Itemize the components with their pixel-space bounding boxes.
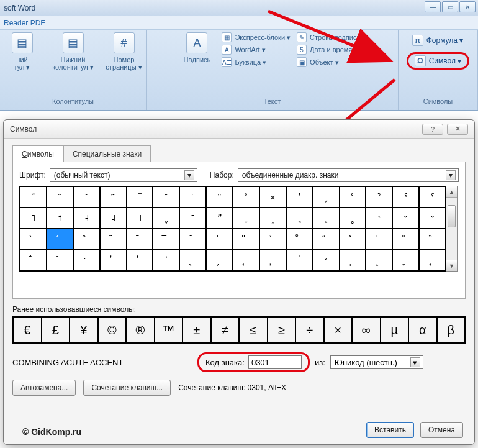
scroll-down-icon[interactable]: ▼ (446, 260, 457, 271)
grid-cell[interactable]: ˬ (153, 208, 179, 229)
grid-cell[interactable]: ̊ (286, 229, 313, 250)
grid-cell[interactable]: ́ (47, 229, 73, 250)
grid-cell[interactable]: ̅ (153, 229, 179, 250)
recent-cell[interactable]: £ (42, 317, 70, 343)
grid-cell[interactable]: ˘ (153, 186, 179, 208)
grid-cell[interactable]: ʼ (286, 186, 313, 208)
grid-cell[interactable]: ˯ (233, 208, 259, 229)
recent-grid[interactable]: €£¥©®™±≠≤≥÷×∞µαβ (12, 316, 466, 344)
grid-cell[interactable]: ̓ (100, 250, 127, 271)
maximize-button[interactable]: ▭ (442, 1, 458, 12)
tab-symbols[interactable]: Символы (12, 145, 63, 162)
ribbon-quickparts[interactable]: ▦Экспресс-блоки ▾ (222, 32, 291, 42)
grid-cell[interactable]: ̙ (259, 250, 286, 271)
grid-cell[interactable]: ˮ (206, 208, 233, 229)
grid-cell[interactable]: ˦ (47, 208, 73, 229)
grid-cell[interactable]: ̜ (340, 250, 366, 271)
recent-cell[interactable]: ≠ (211, 317, 240, 343)
recent-cell[interactable]: ≤ (239, 317, 268, 343)
grid-cell[interactable]: ˙ (179, 186, 206, 208)
grid-cell[interactable]: ̈ (233, 229, 259, 250)
grid-cell[interactable]: ̆ (179, 229, 206, 250)
grid-cell[interactable]: ˵ (392, 208, 419, 229)
grid-cell[interactable]: × (259, 186, 286, 208)
grid-cell[interactable]: ˳ (340, 208, 366, 229)
dialog-help-button[interactable]: ? (422, 124, 443, 135)
recent-cell[interactable]: ≥ (268, 317, 296, 343)
grid-cell[interactable]: ˨ (100, 208, 127, 229)
grid-cell[interactable]: ̖ (179, 250, 206, 271)
grid-cell[interactable]: ˚ (233, 186, 259, 208)
grid-cell[interactable]: ̒ (73, 250, 100, 271)
grid-cell[interactable]: ̕ (153, 250, 179, 271)
ribbon-symbol[interactable]: Ω Символ ▾ (407, 52, 470, 70)
subset-select[interactable]: объединенные диакр. знаки ▾ (238, 168, 459, 182)
grid-cell[interactable]: ‾ (127, 186, 153, 208)
ribbon-date-time[interactable]: 5Дата и время (297, 45, 366, 55)
grid-cell[interactable]: ̄ (127, 229, 153, 250)
recent-cell[interactable]: α (408, 317, 437, 343)
autocorrect-button[interactable]: Автозамена... (12, 380, 76, 396)
recent-cell[interactable]: ÷ (295, 317, 324, 343)
recent-cell[interactable]: ∞ (352, 317, 381, 343)
document-tab[interactable]: Reader PDF (0, 16, 478, 30)
grid-cell[interactable]: ̌ (340, 229, 366, 250)
grid-cell[interactable]: ˆ (47, 186, 73, 208)
grid-cell[interactable]: ˜ (100, 186, 127, 208)
font-select[interactable]: (обычный текст) ▾ (50, 168, 197, 182)
recent-cell[interactable]: β (437, 317, 466, 343)
grid-cell[interactable]: ̋ (313, 229, 340, 250)
grid-cell[interactable]: ̏ (419, 229, 446, 250)
grid-cell[interactable]: ʿ (340, 186, 366, 208)
close-button[interactable]: ✕ (459, 1, 476, 12)
ribbon-signature-line[interactable]: ✎Строка подписи ▾ (297, 32, 366, 42)
ribbon-page-number[interactable]: # Номер страницы ▾ (102, 32, 147, 71)
grid-cell[interactable]: ˀ (366, 186, 392, 208)
scroll-up-icon[interactable]: ▲ (446, 186, 457, 198)
ribbon-footer[interactable]: ▤ Нижний колонтитул ▾ (51, 32, 96, 71)
grid-cell[interactable]: ˤ (419, 186, 446, 208)
grid-cell[interactable]: ̛ (313, 250, 340, 271)
recent-cell[interactable]: ¥ (70, 317, 98, 343)
char-code-input[interactable] (248, 355, 302, 369)
insert-button[interactable]: Вставить (366, 422, 414, 438)
grid-cell[interactable]: ˩ (127, 208, 153, 229)
ribbon-equation[interactable]: π Формула ▾ (407, 32, 470, 48)
grid-cell[interactable]: ̍ (366, 229, 392, 250)
recent-cell[interactable]: µ (381, 317, 409, 343)
grid-cell[interactable]: ˥ (20, 208, 47, 229)
grid-cell[interactable]: ̉ (259, 229, 286, 250)
recent-cell[interactable]: ® (126, 317, 155, 343)
grid-cell[interactable]: ˝ (20, 186, 47, 208)
cancel-button[interactable]: Отмена (420, 422, 463, 438)
ribbon-object[interactable]: ▣Объект ▾ (297, 57, 366, 67)
grid-cell[interactable]: ˱ (286, 208, 313, 229)
shortcut-button[interactable]: Сочетание клавиш... (83, 380, 171, 396)
grid-cell[interactable]: ˁ (392, 186, 419, 208)
grid-cell[interactable]: ̝ (366, 250, 392, 271)
recent-cell[interactable]: ± (183, 317, 211, 343)
grid-cell[interactable]: ˭ (179, 208, 206, 229)
grid-cell[interactable]: ̂ (73, 229, 100, 250)
minimize-button[interactable]: — (425, 1, 441, 12)
grid-cell[interactable]: ̐ (20, 250, 47, 271)
ribbon-dropcap[interactable]: A≣Буквица ▾ (222, 57, 291, 67)
ribbon-textbox[interactable]: A Надпись (178, 32, 215, 63)
grid-cell[interactable]: ˶ (419, 208, 446, 229)
scroll-thumb[interactable] (446, 198, 457, 260)
encoding-select[interactable]: Юникод (шестн.) ▾ (330, 355, 423, 369)
ribbon-header-upper[interactable]: ▤ ний тул ▾ (0, 32, 45, 71)
grid-cell[interactable]: ̘ (233, 250, 259, 271)
grid-scrollbar[interactable]: ▲ ▼ (446, 186, 458, 272)
grid-cell[interactable]: ̃ (100, 229, 127, 250)
recent-cell[interactable]: € (13, 317, 42, 343)
recent-cell[interactable]: × (324, 317, 353, 343)
grid-cell[interactable]: ̇ (206, 229, 233, 250)
ribbon-wordart[interactable]: AWordArt ▾ (222, 45, 291, 55)
grid-cell[interactable]: ̀ (20, 229, 47, 250)
character-grid[interactable]: ˝ˆˇ˜‾˘˙¨˚×ʼˏʿˀˁˤ˥˦˧˨˩ˬ˭ˮ˯˰˱˲˳˴˵˶̀́̂̃̄̅̆̇… (19, 186, 446, 272)
grid-cell[interactable]: ˰ (259, 208, 286, 229)
grid-cell[interactable]: ˏ (313, 186, 340, 208)
grid-cell[interactable]: ̚ (286, 250, 313, 271)
recent-cell[interactable]: ™ (155, 317, 183, 343)
